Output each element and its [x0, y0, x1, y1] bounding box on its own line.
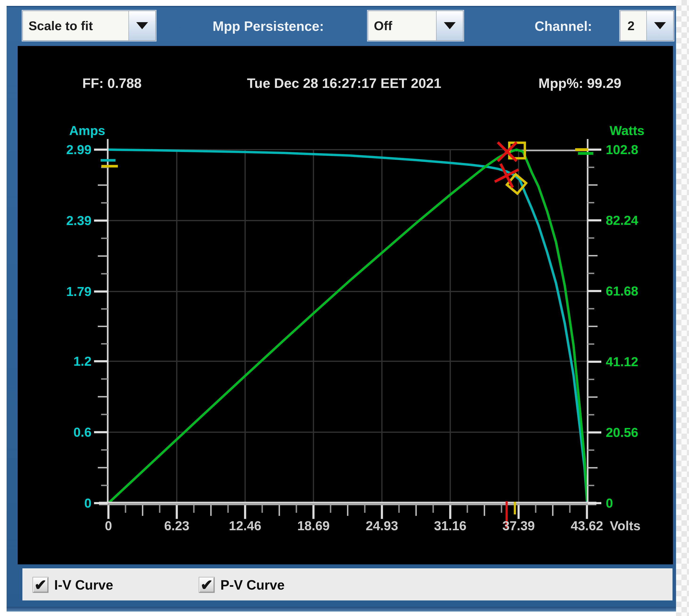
- app-window: Scale to fit Mpp Persistence: Off Channe…: [0, 0, 689, 616]
- timestamp: Tue Dec 28 16:27:17 EET 2021: [247, 75, 441, 91]
- grid-layer: [108, 150, 587, 503]
- chevron-down-icon[interactable]: [646, 11, 673, 40]
- curves-layer: [108, 150, 587, 503]
- iv-pv-chart: 2.992.391.791.20.60102.882.2461.6841.122…: [18, 46, 673, 565]
- triangle-icon: [654, 22, 666, 29]
- volts-tick-label: 24.93: [366, 519, 398, 533]
- mpp-persistence-label: Mpp Persistence:: [213, 18, 324, 34]
- fill-factor-value: FF: 0.788: [82, 75, 142, 91]
- chart-panel: 2.992.391.791.20.60102.882.2461.6841.122…: [18, 46, 673, 565]
- pv-curve-label: P-V Curve: [220, 577, 284, 593]
- iv-curve-label: I-V Curve: [54, 577, 113, 593]
- iv-curve-toggle[interactable]: ✔ I-V Curve: [33, 569, 113, 600]
- scale-mode-value: Scale to fit: [23, 11, 128, 40]
- watts-tick-label: 41.12: [606, 354, 638, 369]
- pv-curve-checkbox[interactable]: ✔: [199, 577, 214, 592]
- channel-label: Channel:: [535, 18, 592, 34]
- amps-tick-label: 0.6: [73, 425, 91, 440]
- amps-tick-label: 2.39: [66, 213, 91, 228]
- volts-tick-label: 6.23: [164, 519, 189, 533]
- scale-mode-select[interactable]: Scale to fit: [22, 10, 156, 41]
- chevron-down-icon[interactable]: [128, 11, 155, 40]
- volts-tick-label: 18.69: [297, 519, 330, 533]
- curve-toggle-bar: ✔ I-V Curve ✔ P-V Curve: [22, 568, 672, 600]
- pv-curve-toggle[interactable]: ✔ P-V Curve: [199, 569, 284, 600]
- tick-labels-layer: 2.992.391.791.20.60102.882.2461.6841.122…: [66, 142, 638, 533]
- amps-tick-label: 1.79: [66, 284, 91, 299]
- markers-layer: [101, 142, 593, 528]
- watts-tick-label: 61.68: [606, 284, 638, 298]
- triangle-icon: [444, 22, 456, 29]
- frame-bottom-edge: [6, 607, 676, 612]
- channel-select[interactable]: 2: [620, 10, 674, 41]
- volts-tick-label: 43.62: [571, 519, 603, 533]
- watts-axis-title: Watts: [609, 123, 644, 138]
- check-icon: ✔: [34, 576, 47, 594]
- window-edge-strip: [676, 0, 689, 616]
- iv-curve: [108, 150, 587, 501]
- watts-tick-label: 0: [606, 496, 613, 510]
- volts-tick-label: 0: [105, 519, 112, 533]
- triangle-icon: [136, 22, 148, 29]
- watts-tick-label: 82.24: [606, 213, 638, 228]
- iv-curve-checkbox[interactable]: ✔: [33, 577, 48, 592]
- mpp-persistence-select[interactable]: Off: [368, 10, 464, 41]
- volts-tick-label: 31.16: [434, 519, 467, 533]
- volts-tick-label: 37.39: [502, 519, 535, 533]
- check-icon: ✔: [200, 576, 213, 594]
- x-axis-bar-highlight: [99, 502, 596, 503]
- chevron-down-icon[interactable]: [436, 11, 463, 40]
- volts-tick-label: 12.46: [229, 519, 261, 533]
- amps-axis-title: Amps: [69, 123, 105, 138]
- amps-tick-label: 0: [84, 496, 91, 510]
- watts-tick-label: 102.8: [606, 142, 638, 157]
- watts-tick-label: 20.56: [606, 425, 638, 440]
- volts-axis-title: Volts: [610, 519, 641, 533]
- amps-tick-label: 1.2: [73, 354, 91, 369]
- amps-tick-label: 2.99: [66, 142, 91, 157]
- channel-value: 2: [620, 11, 646, 40]
- pv-curve: [108, 150, 587, 503]
- mpp-persistence-value: Off: [368, 11, 436, 40]
- mpp-percent-value: Mpp%: 99.29: [538, 75, 621, 91]
